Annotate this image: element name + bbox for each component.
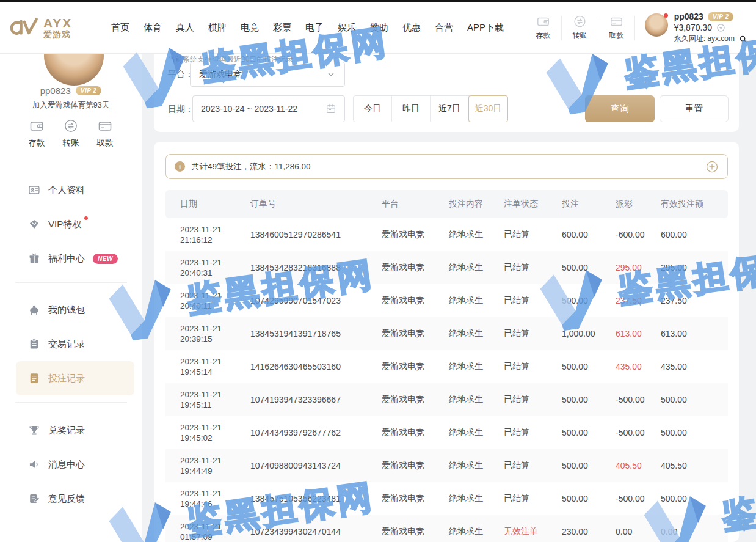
refresh-balance-icon[interactable] [716, 23, 725, 32]
cell-valid: 435.00 [661, 362, 728, 372]
nav-item-10[interactable]: 合营 [435, 22, 453, 34]
cell-bet: 500.00 [562, 296, 616, 306]
balance: ¥3,870.30 [674, 23, 712, 32]
header-action-deposit[interactable]: 存款 [525, 15, 561, 41]
nav-item-0[interactable]: 首页 [111, 22, 129, 34]
header-actions: 存款转账取款 [525, 15, 634, 41]
cell-date: 2023-11-2119:45:02 [180, 422, 250, 443]
nav-item-1[interactable]: 体育 [144, 22, 162, 34]
brand-name: AYX [43, 16, 72, 30]
nav-item-9[interactable]: 优惠 [402, 22, 421, 34]
nav-item-8[interactable]: 赞助 [370, 22, 388, 34]
cell-payout: 435.00 [616, 362, 661, 372]
nav-item-7[interactable]: 娱乐 [338, 22, 356, 34]
sidebar-action-withdraw[interactable]: 取款 [96, 119, 114, 148]
sidebar-menu-group-1: 个人资料VIP特权福利中心NEW [0, 173, 142, 276]
sidebar-item-messages[interactable]: 消息中心 [16, 447, 134, 482]
cell-payout: -500.00 [616, 428, 661, 438]
cell-content: 绝地求生 [449, 361, 504, 372]
sidebar-item-welfare[interactable]: 福利中心NEW [16, 241, 134, 276]
cell-content: 绝地求生 [449, 526, 504, 537]
cell-valid: 500.00 [661, 395, 728, 405]
id-card-icon [28, 184, 40, 196]
reset-button[interactable]: 重置 [660, 95, 729, 122]
gift-icon [28, 252, 40, 265]
header-action-withdraw[interactable]: 取款 [598, 15, 634, 41]
nav-item-6[interactable]: 电子 [305, 22, 324, 34]
cell-status: 无效注单 [504, 526, 562, 537]
cell-platform: 爱游戏电竞 [382, 295, 449, 306]
sidebar-menu-group-2: 我的钱包交易记录投注记录 [0, 293, 142, 395]
wallet-icon [536, 15, 551, 28]
cell-date: 2023-11-2119:44:46 [180, 488, 250, 509]
notification-dot [84, 216, 88, 220]
range-button-2[interactable]: 近7日 [431, 96, 469, 122]
platform-select[interactable]: 爱游戏电竞 [190, 62, 345, 87]
cell-content: 绝地求生 [449, 460, 504, 471]
cell-platform: 爱游戏电竞 [382, 493, 449, 504]
cell-payout: 237.50 [616, 296, 661, 306]
bet-records-panel: i 共计49笔投注，流水：11,286.00 日期订单号平台投注内容注单状态投注… [154, 142, 739, 542]
nav-item-4[interactable]: 电竞 [241, 22, 259, 34]
sidebar-item-transactions[interactable]: 交易记录 [16, 327, 134, 361]
cell-bet: 500.00 [562, 395, 616, 405]
cell-date: 2023-11-2119:44:49 [180, 455, 250, 476]
table-row: 2023-11-2101:57:091072343994302470144爱游戏… [165, 515, 728, 542]
brand-logo-icon [7, 16, 39, 38]
cell-platform: 爱游戏电竞 [382, 427, 449, 438]
sidebar-item-bet-records[interactable]: 投注记录 [16, 361, 134, 395]
brand-logo[interactable]: AYX 爱游戏 [7, 16, 105, 39]
bet-record-icon [28, 372, 40, 384]
sidebar-item-wallet[interactable]: 我的钱包 [16, 293, 134, 327]
cell-bet: 500.00 [562, 428, 616, 438]
nav-item-2[interactable]: 真人 [176, 22, 194, 34]
cell-bet: 230.00 [562, 527, 616, 537]
sidebar-item-vip[interactable]: VIP特权 [16, 207, 134, 241]
sidebar-item-prizes[interactable]: 兑奖记录 [16, 413, 134, 447]
cell-payout: 0.00 [616, 527, 661, 537]
cell-valid: 295.00 [661, 263, 728, 273]
cell-platform: 爱游戏电竞 [382, 526, 449, 537]
header-right: 存款转账取款 pp0823 VIP 2 ¥3,870.30 永久网址: ayx.… [525, 12, 747, 44]
chevron-down-icon [326, 70, 336, 79]
cell-content: 绝地求生 [449, 295, 504, 306]
plus-circle-icon[interactable] [705, 160, 719, 174]
cell-date: 2023-11-2121:16:12 [180, 224, 250, 245]
cell-valid: 500.00 [661, 428, 728, 438]
nav-item-5[interactable]: 彩票 [273, 22, 291, 34]
avatar[interactable] [645, 13, 668, 37]
cell-status: 已结算 [504, 328, 562, 339]
column-header-3: 投注内容 [449, 199, 504, 210]
range-button-3[interactable]: 近30日 [468, 95, 508, 122]
cell-order: 1074193947323396667 [250, 395, 382, 405]
date-range-input[interactable]: 2023-10-24 ~ 2023-11-22 [192, 95, 345, 122]
cell-platform: 爱游戏电竞 [382, 394, 449, 405]
column-header-0: 日期 [180, 199, 250, 210]
cell-order: 1074295990701547023 [250, 296, 382, 306]
sidebar-item-profile[interactable]: 个人资料 [16, 173, 134, 207]
table-row: 2023-11-2120:40:111074295990701547023爱游戏… [165, 284, 728, 317]
cell-order: 1384534283218316888 [250, 263, 382, 273]
cell-platform: 爱游戏电竞 [382, 229, 449, 240]
wallet-icon [28, 119, 45, 133]
sidebar-action-transfer[interactable]: 转账 [62, 119, 79, 148]
cell-content: 绝地求生 [449, 427, 504, 438]
search-icon[interactable] [739, 35, 747, 43]
header-action-transfer[interactable]: 转账 [562, 15, 598, 41]
new-badge: NEW [93, 254, 118, 264]
top-black-strip [0, 0, 756, 2]
cell-bet: 500.00 [562, 494, 616, 504]
cell-date: 2023-11-2120:39:15 [180, 323, 250, 344]
sidebar-item-feedback[interactable]: 意见反馈 [16, 482, 134, 516]
cell-platform: 爱游戏电竞 [382, 361, 449, 372]
cell-status: 已结算 [504, 394, 562, 405]
table-row: 2023-11-2119:44:491074098800943143724爱游戏… [165, 449, 728, 482]
range-button-0[interactable]: 今日 [354, 96, 392, 122]
search-button[interactable]: 查询 [585, 95, 655, 122]
range-button-1[interactable]: 昨日 [392, 96, 431, 122]
nav-item-3[interactable]: 棋牌 [208, 22, 227, 34]
feedback-icon [28, 493, 40, 505]
sidebar-action-deposit[interactable]: 存款 [28, 119, 45, 148]
cell-valid: 600.00 [661, 230, 728, 240]
nav-item-11[interactable]: APP下载 [467, 22, 504, 34]
